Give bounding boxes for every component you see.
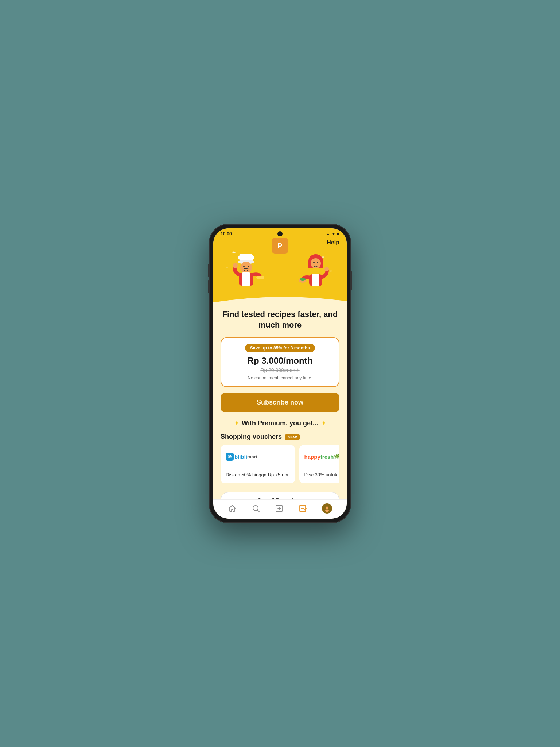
status-time: 10:00 — [221, 231, 232, 236]
nav-search[interactable] — [252, 504, 260, 513]
new-badge: NEW — [285, 434, 300, 440]
price-note: No commitment, cancel any time. — [227, 375, 333, 380]
see-all-vouchers-button[interactable]: See all 7 vouchers — [221, 492, 339, 499]
svg-point-13 — [313, 262, 315, 263]
svg-rect-16 — [312, 274, 319, 286]
svg-point-4 — [243, 266, 245, 267]
vouchers-section-header: Shopping vouchers NEW — [221, 433, 339, 441]
sparkle-right: ✦ — [321, 420, 326, 427]
banner-illustration: ✦ ✦ ♥ ♥ — [221, 247, 339, 291]
happyfresh-logo: happyfresh 🌿 — [304, 450, 339, 463]
price-old: Rp 20.000/month — [227, 367, 333, 373]
help-button[interactable]: Help — [327, 239, 339, 246]
voucher-card-happyfresh: happyfresh 🌿 Disc 30% untuk seluruh prod… — [299, 445, 339, 483]
svg-point-14 — [317, 262, 318, 263]
svg-point-8 — [233, 263, 238, 268]
svg-point-3 — [240, 262, 252, 273]
battery-icon: ■ — [337, 232, 339, 236]
bliblimart-logo: 🛍 bliblimart — [226, 450, 290, 463]
vouchers-title: Shopping vouchers — [221, 433, 282, 441]
svg-point-5 — [248, 266, 249, 267]
banner: Help P — [213, 238, 347, 302]
heart-decoration: ♥ — [226, 266, 228, 270]
svg-line-21 — [257, 510, 260, 512]
voucher-bliblimart-desc: Diskon 50% hingga Rp 75 ribu — [226, 472, 290, 478]
status-icons: ▲ ▼ ■ — [326, 232, 339, 236]
wifi-icon: ▼ — [331, 232, 335, 236]
voucher-happyfresh-desc: Disc 30% untuk seluruh produk bagi pengg… — [304, 472, 339, 478]
svg-point-30 — [326, 507, 328, 509]
camera-notch — [277, 231, 283, 236]
chef-right-illustration — [299, 252, 332, 291]
nav-profile[interactable] — [322, 503, 332, 514]
main-content[interactable]: Find tested recipes faster, and much mor… — [213, 302, 347, 499]
heart-decoration-2: ♥ — [330, 269, 332, 273]
sparkle-left: ✦ — [234, 420, 239, 427]
nav-premium[interactable] — [298, 504, 307, 513]
svg-point-19 — [324, 267, 329, 271]
sparkle-decoration-2: ✦ — [321, 255, 325, 260]
voucher-divider — [226, 468, 290, 468]
premium-section-title: ✦ With Premium, you get... ✦ — [221, 419, 339, 427]
voucher-card-bliblimart: 🛍 bliblimart Diskon 50% hingga Rp 75 rib… — [221, 445, 295, 483]
bottom-nav — [213, 499, 347, 519]
page-title: Find tested recipes faster, and much mor… — [221, 309, 339, 330]
side-button-right — [351, 271, 352, 290]
nav-add[interactable] — [275, 504, 284, 513]
svg-rect-7 — [242, 272, 250, 286]
banner-wave — [213, 291, 347, 302]
svg-point-18 — [300, 278, 306, 281]
blibli-bag-icon: 🛍 — [226, 453, 234, 461]
subscribe-button[interactable]: Subscribe now — [221, 393, 339, 412]
side-button-vol-down — [208, 280, 209, 293]
voucher-divider-2 — [304, 468, 339, 468]
svg-point-31 — [325, 510, 329, 512]
phone-frame: 10:00 ▲ ▼ ■ Help P — [209, 224, 351, 523]
signal-icon: ▲ — [326, 232, 330, 236]
user-avatar — [322, 503, 332, 514]
phone-screen: 10:00 ▲ ▼ ■ Help P — [213, 228, 347, 519]
price-card: Save up to 85% for 3 months Rp 3.000/mon… — [221, 337, 339, 387]
save-badge: Save up to 85% for 3 months — [245, 344, 315, 352]
sparkle-decoration: ✦ — [232, 249, 236, 256]
price-main: Rp 3.000/month — [227, 356, 333, 366]
vouchers-scroll[interactable]: 🛍 bliblimart Diskon 50% hingga Rp 75 rib… — [221, 445, 339, 486]
app-logo: P — [272, 238, 288, 254]
nav-home[interactable] — [228, 504, 237, 513]
side-button-vol-up — [208, 264, 209, 277]
